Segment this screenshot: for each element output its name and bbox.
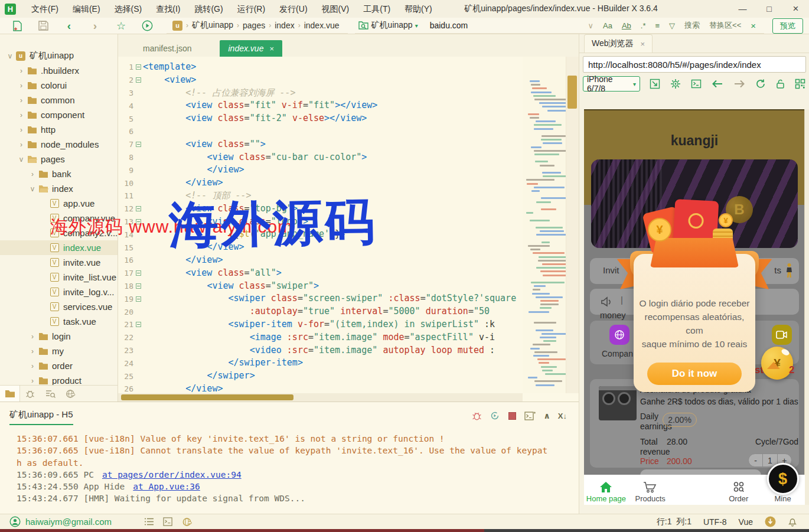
tree-item-invite_log.v...[interactable]: Vinvite_log.v... — [0, 285, 118, 299]
chevron-right-icon[interactable]: › — [28, 377, 37, 385]
breadcrumb-segment[interactable]: index — [272, 21, 296, 30]
tree-item-uinapp[interactable]: vu矿机uinapp — [0, 48, 118, 63]
new-file-icon[interactable] — [8, 19, 26, 33]
code-line[interactable]: 1<template> — [118, 61, 523, 74]
tree-item-invite_list.vue[interactable]: Vinvite_list.vue — [0, 270, 118, 285]
tree-item-index[interactable]: vindex — [0, 181, 118, 196]
tree-item-my[interactable]: ›my — [0, 344, 118, 358]
video-icon[interactable] — [772, 325, 792, 345]
code-line[interactable]: 26 </view> — [118, 383, 523, 393]
tab--[interactable]: $ — [673, 475, 717, 505]
refresh-icon[interactable] — [755, 79, 766, 89]
tree-item-pages[interactable]: vpages — [0, 152, 118, 167]
tab-close-icon[interactable]: × — [269, 44, 274, 53]
regex-button[interactable]: .* — [641, 21, 646, 30]
menu-item[interactable]: 发行(U) — [272, 0, 314, 18]
tree-item-task.vue[interactable]: Vtask.vue — [0, 314, 118, 329]
code-line[interactable]: 24 </swiper-item> — [118, 357, 523, 370]
product-card[interactable]: Assinatura do produto gratuita Ganhe 2R$… — [590, 379, 799, 468]
tree-item-login[interactable]: ›login — [0, 329, 118, 344]
tree-item-.hbuilderx[interactable]: ›.hbuilderx — [0, 63, 118, 78]
tree-item-app.vue[interactable]: Vapp.vue — [0, 196, 118, 211]
account-email[interactable]: haiwaiym@gmail.com — [25, 517, 112, 527]
search-scope[interactable]: 矿机uinapp — [371, 20, 413, 31]
tree-item-order[interactable]: ›order — [0, 358, 118, 373]
clear-console-icon[interactable]: X↓ — [558, 412, 567, 420]
chevron-right-icon[interactable]: › — [17, 81, 25, 90]
code-line[interactable]: 6 — [118, 125, 523, 138]
code-line[interactable]: 8 <view class="cu-bar cu-color"> — [118, 151, 523, 164]
marketplace-globe-icon[interactable] — [60, 386, 80, 402]
chevron-down-icon[interactable]: v — [6, 52, 14, 60]
tree-item-index.vue[interactable]: Vindex.vue — [0, 240, 118, 255]
menu-item[interactable]: 运行(R) — [230, 0, 272, 18]
chevron-right-icon[interactable]: › — [17, 111, 25, 119]
tree-item-common[interactable]: ›common — [0, 93, 118, 107]
search-input[interactable] — [430, 21, 572, 30]
expand-chevron-icon[interactable]: ∨ — [588, 21, 593, 30]
restart-icon[interactable] — [490, 410, 500, 421]
do-it-now-button[interactable]: Do it now — [647, 363, 742, 385]
encoding-indicator[interactable]: UTF-8 — [703, 517, 727, 527]
save-icon[interactable] — [34, 19, 52, 33]
minimize-button[interactable]: — — [729, 0, 756, 18]
editor-tab-manifest.json[interactable]: manifest.json — [135, 40, 200, 57]
chevron-right-icon[interactable]: › — [28, 347, 37, 355]
close-search-icon[interactable]: × — [751, 21, 756, 31]
code-line[interactable]: 5 <view class="fit-2" v-else></view> — [118, 112, 523, 125]
chevron-right-icon[interactable]: › — [28, 362, 37, 370]
editor-tab-index.vue[interactable]: index.vue× — [220, 40, 282, 57]
breadcrumb-segment[interactable]: 矿机uinapp — [190, 20, 236, 31]
fold-toggle-icon[interactable] — [136, 142, 141, 147]
match-case-button[interactable]: Aa — [603, 21, 612, 30]
code-line[interactable]: 18 <view class="swiper"> — [118, 280, 523, 293]
console-terminal-icon[interactable] — [691, 79, 702, 89]
replace-area-button[interactable]: 替换区<< — [709, 20, 741, 31]
tab-home-page[interactable]: Home page — [584, 475, 628, 505]
qrcode-icon[interactable] — [795, 79, 805, 89]
code-line[interactable]: 4 <view class="fit" v-if="fit"></view> — [118, 99, 523, 112]
menu-item[interactable]: 选择(S) — [107, 0, 149, 18]
tree-item-invite.vue[interactable]: Vinvite.vue — [0, 255, 118, 270]
code-line[interactable]: 22 <image :src="item.image" mode="aspect… — [118, 331, 523, 344]
tree-item-services.vue[interactable]: Vservices.vue — [0, 299, 118, 314]
code-line[interactable]: 19 <swiper class="screen-swiper" :class=… — [118, 292, 523, 305]
filter-button[interactable]: ▽ — [669, 21, 675, 30]
new-terminal-icon[interactable] — [524, 411, 536, 421]
console-tab[interactable]: 矿机uinapp - H5 — [9, 409, 73, 425]
run-icon[interactable] — [138, 19, 156, 33]
chevron-right-icon[interactable]: › — [28, 170, 37, 178]
search-button[interactable]: 搜索 — [684, 20, 700, 31]
settings-gear-icon[interactable] — [670, 79, 681, 89]
tab-order[interactable]: Order — [716, 475, 761, 505]
terminal-icon[interactable] — [163, 517, 173, 526]
code-line[interactable]: 9 </view> — [118, 164, 523, 177]
scope-caret-icon[interactable]: ▾ — [415, 22, 418, 29]
preview-scroll-track[interactable] — [804, 109, 809, 505]
search-results-icon[interactable] — [40, 386, 60, 402]
debug-bug-icon[interactable] — [20, 386, 40, 402]
tab-products[interactable]: Products — [628, 475, 673, 505]
favorite-star-icon[interactable]: ☆ — [112, 19, 130, 33]
fold-toggle-icon[interactable] — [136, 270, 141, 276]
menu-item[interactable]: 跳转(G) — [187, 0, 230, 18]
browser-tab[interactable]: Web浏览器 × — [584, 34, 653, 53]
minimap[interactable] — [523, 57, 566, 393]
collapse-panel-icon[interactable]: ∧ — [543, 411, 550, 420]
fold-toggle-icon[interactable] — [136, 64, 141, 70]
stop-icon[interactable] — [508, 412, 517, 420]
console-source-link[interactable]: at pages/order/index.vue:94 — [102, 470, 242, 479]
fold-toggle-icon[interactable] — [136, 322, 141, 327]
device-select[interactable]: iPhone 6/7/8 ▾ — [583, 76, 640, 92]
horizontal-scrollbar[interactable] — [118, 393, 523, 402]
code-line[interactable]: 7 <view class=""> — [118, 138, 523, 151]
code-line[interactable]: 20 :autoplay="true" interval="5000" dura… — [118, 305, 523, 318]
fold-toggle-icon[interactable] — [136, 206, 141, 211]
files-panel-icon[interactable] — [0, 386, 20, 402]
maximize-button[interactable]: □ — [756, 0, 782, 18]
account-icon[interactable] — [9, 516, 21, 527]
nav-back-icon[interactable] — [712, 79, 723, 89]
close-button[interactable]: × — [782, 0, 809, 18]
console-source-link[interactable]: at App.vue:36 — [133, 482, 200, 491]
code-line[interactable]: 25 </swiper> — [118, 370, 523, 383]
